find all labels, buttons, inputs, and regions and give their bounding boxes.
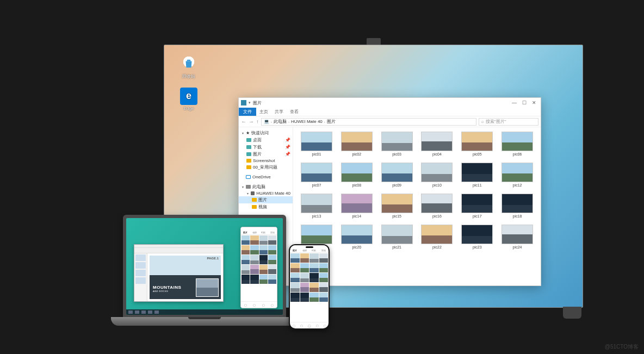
gallery-tab[interactable]: 时刻: [261, 231, 265, 234]
ribbon-tab-share[interactable]: 共享: [271, 108, 287, 116]
photo-thumbnail[interactable]: pic10: [419, 163, 455, 187]
sidebar-item-downloads[interactable]: 下载📌: [239, 144, 293, 151]
photo-cell[interactable]: [242, 235, 250, 245]
photo-thumbnail[interactable]: pic01: [299, 132, 335, 156]
photo-thumbnail[interactable]: pic07: [299, 163, 335, 187]
photo-thumbnail[interactable]: pic08: [339, 163, 375, 187]
gallery-tab[interactable]: 照片: [293, 249, 297, 252]
breadcrumb[interactable]: 💻 › 此电脑 › HUWEI Mate 40 › 图片: [261, 118, 476, 126]
gallery-tab[interactable]: 发现: [321, 249, 326, 252]
photo-thumbnail[interactable]: pic17: [459, 194, 495, 218]
qat-dropdown-icon[interactable]: ▾: [249, 101, 251, 105]
photo-cell[interactable]: [309, 253, 319, 263]
photo-cell[interactable]: [259, 255, 268, 264]
sidebar-quick-access[interactable]: ▾★快速访问: [239, 129, 293, 136]
slide-thumbnail-strip[interactable]: [134, 253, 147, 301]
nav-item[interactable]: ▢: [244, 303, 247, 307]
window-close-button[interactable]: ✕: [532, 100, 536, 105]
photo-cell[interactable]: [290, 283, 300, 292]
photo-cell[interactable]: [290, 253, 300, 263]
desktop-icon-edge[interactable]: e Edge: [178, 88, 199, 111]
photo-thumbnail[interactable]: pic04: [419, 132, 455, 156]
photo-cell[interactable]: [300, 263, 309, 272]
photo-cell[interactable]: [319, 283, 329, 292]
photo-thumbnail[interactable]: pic12: [499, 163, 535, 187]
photo-cell[interactable]: [319, 253, 329, 263]
nav-item[interactable]: ▢: [262, 303, 265, 307]
sidebar-phone[interactable]: ▾HUAWEI Mate 40: [239, 190, 293, 196]
breadcrumb-segment[interactable]: HUWEI Mate 40: [291, 119, 323, 124]
photo-cell[interactable]: [309, 293, 319, 302]
photo-cell[interactable]: [309, 263, 319, 272]
photo-cell[interactable]: [319, 273, 329, 282]
photo-thumbnail[interactable]: pic24: [499, 225, 535, 249]
nav-up-button[interactable]: ↑: [256, 119, 259, 125]
sidebar-item-pictures[interactable]: 图片📌: [239, 151, 293, 158]
photo-cell[interactable]: [300, 273, 309, 282]
photo-cell[interactable]: [319, 293, 329, 302]
photo-cell[interactable]: [268, 235, 276, 245]
photo-cell[interactable]: [242, 275, 250, 284]
photo-cell[interactable]: [259, 245, 268, 254]
photo-cell[interactable]: [290, 263, 300, 272]
nav-item[interactable]: ▢: [316, 324, 319, 327]
photo-cell[interactable]: [259, 275, 268, 284]
photo-cell[interactable]: [300, 283, 309, 292]
ribbon-tab-home[interactable]: 主页: [256, 108, 271, 116]
nav-back-button[interactable]: ←: [241, 119, 246, 125]
photo-cell[interactable]: [290, 293, 300, 302]
photo-cell[interactable]: [242, 255, 250, 264]
presentation-ribbon[interactable]: [134, 248, 223, 253]
laptop-taskbar[interactable]: [126, 309, 283, 315]
sidebar-item-desktop[interactable]: 桌面📌: [239, 136, 293, 144]
photo-thumbnail[interactable]: pic18: [499, 194, 535, 218]
nav-item[interactable]: ◯: [308, 324, 311, 327]
sidebar-this-pc[interactable]: ▾此电脑: [239, 183, 293, 190]
sidebar-item-faq[interactable]: 00_常用问题: [239, 164, 293, 171]
slide-canvas[interactable]: PAGE.1 MOUNTAINS AND ROCKS: [147, 253, 223, 301]
phone-photo-grid[interactable]: [290, 253, 329, 302]
photo-thumbnail[interactable]: pic20: [339, 225, 375, 249]
sidebar-phone-videos[interactable]: 视频: [239, 203, 293, 210]
nav-item[interactable]: ▢: [293, 324, 295, 327]
nav-forward-button[interactable]: →: [249, 119, 254, 125]
photo-cell[interactable]: [268, 245, 276, 254]
presentation-window[interactable]: PAGE.1 MOUNTAINS AND ROCKS: [134, 244, 224, 302]
photo-thumbnail[interactable]: pic23: [459, 225, 495, 249]
window-maximize-button[interactable]: ☐: [522, 100, 527, 105]
photo-thumbnail[interactable]: pic03: [379, 132, 415, 156]
photo-cell[interactable]: [290, 273, 300, 282]
photo-thumbnail[interactable]: pic06: [499, 132, 535, 156]
photo-cell[interactable]: [259, 265, 268, 274]
photo-thumbnail[interactable]: pic05: [459, 132, 495, 156]
photo-thumbnail[interactable]: pic15: [379, 194, 415, 218]
ribbon-tab-view[interactable]: 查看: [287, 108, 302, 116]
nav-item[interactable]: ▢: [300, 324, 303, 327]
photo-cell[interactable]: [242, 265, 250, 274]
gallery-tab[interactable]: 相册: [302, 249, 307, 252]
photo-cell[interactable]: [300, 293, 309, 302]
explorer-titlebar[interactable]: ▾ 图片 — ☐ ✕: [239, 98, 541, 108]
photo-cell[interactable]: [309, 283, 319, 292]
phone-projection-window[interactable]: 照片 相册 时刻 发现 ▢ ▢ ▢ ▢: [240, 227, 277, 308]
photo-cell[interactable]: [319, 263, 329, 272]
window-minimize-button[interactable]: —: [512, 100, 517, 105]
photo-thumbnail[interactable]: pic22: [419, 225, 455, 249]
nav-item[interactable]: ▢: [271, 303, 274, 307]
gallery-tab[interactable]: 发现: [270, 231, 275, 234]
photo-thumbnail[interactable]: pic14: [339, 194, 375, 218]
sidebar-onedrive[interactable]: OneDrive: [239, 174, 293, 180]
explorer-content-pane[interactable]: pic01pic02pic03pic04pic05pic06pic07pic08…: [293, 127, 541, 285]
photo-cell[interactable]: [250, 245, 258, 254]
photo-thumbnail[interactable]: pic16: [419, 194, 455, 218]
sidebar-phone-pictures[interactable]: 图片: [239, 196, 293, 203]
photo-thumbnail[interactable]: pic11: [459, 163, 495, 187]
photo-cell[interactable]: [250, 235, 258, 245]
photo-cell[interactable]: [259, 235, 268, 245]
breadcrumb-segment[interactable]: 图片: [327, 119, 336, 125]
breadcrumb-segment[interactable]: 此电脑: [274, 119, 287, 125]
photo-cell[interactable]: [250, 275, 258, 284]
sidebar-item-screenshot[interactable]: Screenshot: [239, 158, 293, 164]
gallery-tab[interactable]: 时刻: [312, 249, 316, 252]
photo-thumbnail[interactable]: pic02: [339, 132, 375, 156]
